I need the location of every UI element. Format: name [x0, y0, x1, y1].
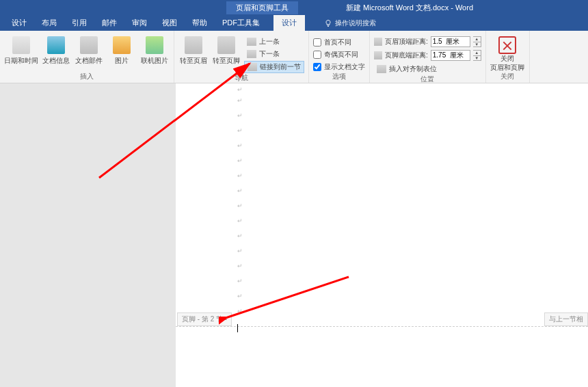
tab-header-footer-design[interactable]: 设计 [273, 15, 305, 31]
picture-icon [113, 36, 131, 54]
docparts-button[interactable]: 文档部件 [74, 34, 104, 65]
header-top-label: 页眉顶端距离: [385, 37, 428, 46]
first-page-different-checkbox[interactable]: 首页不同 [313, 38, 365, 47]
odd-even-label: 奇偶页不同 [324, 50, 358, 59]
same-as-previous-tag: 与上一节相 [544, 312, 588, 326]
group-nav-label: 导航 [178, 73, 304, 84]
footer-bottom-spinner[interactable]: ▲▼ [473, 50, 481, 61]
align-tab-icon [377, 65, 386, 73]
tab-pdf-tools[interactable]: PDF工具集 [221, 15, 261, 31]
first-page-label: 首页不同 [324, 38, 351, 47]
link-to-previous-button[interactable]: 链接到前一节 [244, 61, 304, 73]
show-text-label: 显示文档文字 [324, 62, 365, 72]
first-page-checkbox-input[interactable] [313, 38, 321, 46]
footer-bottom-label: 页脚底端距离: [385, 51, 428, 60]
show-text-checkbox-input[interactable] [313, 63, 321, 71]
docinfo-icon [47, 36, 65, 54]
next-icon [247, 50, 256, 58]
close-label: 关闭 页眉和页脚 [490, 54, 524, 72]
previous-section-button[interactable]: 上一条 [244, 36, 304, 47]
document-title: 新建 Microsoft Word 文档.docx - Word [346, 3, 473, 13]
datetime-label: 日期和时间 [4, 56, 38, 65]
datetime-icon [12, 36, 30, 54]
goto-header-button[interactable]: 转至页眉 [178, 34, 209, 65]
online-picture-label: 联机图片 [141, 56, 168, 65]
online-picture-button[interactable]: 联机图片 [139, 34, 170, 65]
close-header-footer-button[interactable]: 关闭 页眉和页脚 [490, 34, 524, 72]
group-insert: 日期和时间 文档信息 文档部件 图片 联机图片 插入 [0, 31, 174, 83]
tell-me-label: 操作说明搜索 [335, 18, 376, 28]
goto-header-label: 转至页眉 [180, 56, 207, 65]
datetime-button[interactable]: 日期和时间 [4, 34, 38, 65]
insert-alignment-tab-button[interactable]: 插入对齐制表位 [374, 64, 481, 75]
spinner-up-icon[interactable]: ▲ [473, 37, 481, 42]
tab-help[interactable]: 帮助 [191, 15, 209, 31]
online-picture-icon [146, 36, 163, 54]
group-close-label: 关闭 [490, 72, 525, 83]
tab-mailings[interactable]: 邮件 [101, 15, 118, 31]
document-margin-left [0, 83, 176, 387]
tab-review[interactable]: 审阅 [131, 15, 148, 31]
goto-header-icon [185, 36, 202, 54]
docparts-label: 文档部件 [75, 56, 103, 65]
ribbon-body: 日期和时间 文档信息 文档部件 图片 联机图片 插入 转至页眉 转至页脚 上一条… [0, 31, 588, 83]
link-prev-icon [248, 63, 257, 71]
tab-references[interactable]: 引用 [70, 15, 88, 31]
docinfo-button[interactable]: 文档信息 [41, 34, 71, 65]
next-section-button[interactable]: 下一条 [244, 49, 304, 59]
link-prev-label: 链接到前一节 [260, 62, 301, 72]
group-position: 页眉顶端距离: ▲▼ 页脚底端距离: ▲▼ 插入对齐制表位 位置 [370, 31, 486, 83]
group-close: 关闭 页眉和页脚 关闭 [486, 31, 530, 83]
lightbulb-icon [324, 19, 332, 27]
footer-bottom-icon [374, 51, 382, 59]
tab-design-1[interactable]: 设计 [10, 15, 28, 31]
goto-footer-icon [217, 36, 235, 54]
spinner-down-icon[interactable]: ▼ [473, 56, 481, 61]
header-top-icon [374, 38, 382, 46]
group-options: 首页不同 奇偶页不同 显示文档文字 选项 [309, 31, 370, 83]
document-page[interactable]: ↵↵↵↵ ↵↵↵↵ ↵↵↵↵ ↵↵↵↵ [176, 83, 588, 387]
footer-bottom-input[interactable] [431, 50, 470, 61]
picture-label: 图片 [115, 56, 129, 65]
tab-view[interactable]: 视图 [161, 15, 178, 31]
tab-layout[interactable]: 布局 [40, 15, 58, 31]
odd-even-different-checkbox[interactable]: 奇偶页不同 [313, 50, 365, 59]
spinner-down-icon[interactable]: ▼ [473, 42, 481, 47]
footer-section-tag: 页脚 - 第 2 节 - [177, 312, 232, 326]
title-bar: 页眉和页脚工具 新建 Microsoft Word 文档.docx - Word [0, 0, 588, 15]
spinner-up-icon[interactable]: ▲ [473, 51, 481, 56]
odd-even-checkbox-input[interactable] [313, 51, 321, 59]
close-icon [498, 36, 516, 54]
next-label: 下一条 [259, 49, 280, 59]
header-top-distance-row: 页眉顶端距离: ▲▼ [374, 36, 481, 47]
group-options-label: 选项 [313, 72, 365, 83]
align-tab-label: 插入对齐制表位 [389, 64, 437, 74]
header-top-spinner[interactable]: ▲▼ [473, 36, 481, 47]
group-navigation: 转至页眉 转至页脚 上一条 下一条 链接到前一节 导航 [174, 31, 309, 83]
docparts-icon [80, 36, 98, 54]
ribbon-tabs: 设计 布局 引用 邮件 审阅 视图 帮助 PDF工具集 设计 操作说明搜索 [0, 15, 588, 31]
goto-footer-button[interactable]: 转至页脚 [211, 34, 241, 65]
tell-me-search[interactable]: 操作说明搜索 [324, 18, 376, 28]
context-tab-title: 页眉和页脚工具 [226, 1, 298, 14]
prev-icon [247, 38, 256, 46]
group-insert-label: 插入 [4, 72, 170, 83]
picture-button[interactable]: 图片 [107, 34, 137, 65]
docinfo-label: 文档信息 [42, 56, 70, 65]
header-top-input[interactable] [431, 36, 470, 47]
footer-bottom-distance-row: 页脚底端距离: ▲▼ [374, 50, 481, 61]
show-document-text-checkbox[interactable]: 显示文档文字 [313, 62, 365, 72]
goto-footer-label: 转至页脚 [213, 56, 240, 65]
document-area[interactable]: ↵↵↵↵ ↵↵↵↵ ↵↵↵↵ ↵↵↵↵ [0, 83, 588, 387]
prev-label: 上一条 [259, 37, 280, 46]
text-cursor [237, 324, 238, 332]
